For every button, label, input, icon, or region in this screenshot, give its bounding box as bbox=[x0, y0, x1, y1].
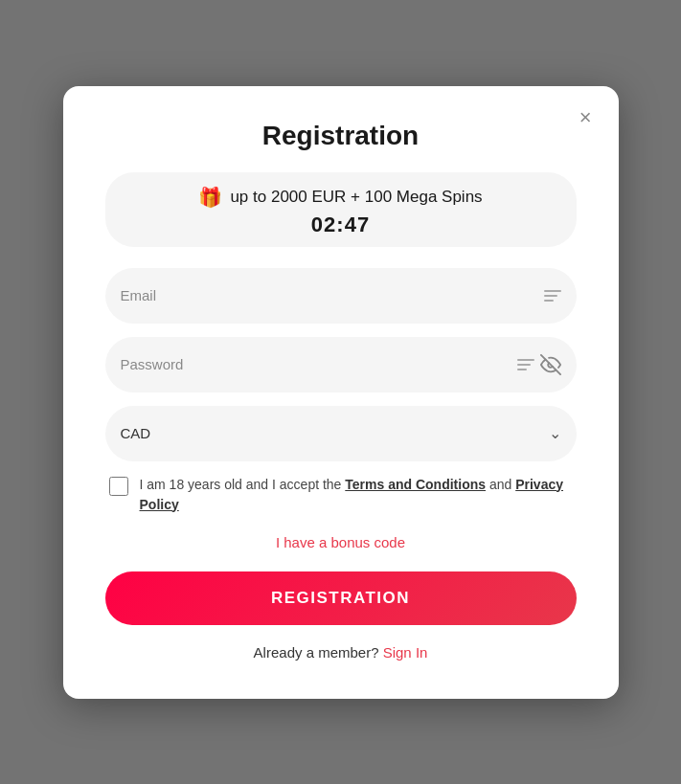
promo-banner: 🎁 up to 2000 EUR + 100 Mega Spins 02:47 bbox=[105, 172, 577, 247]
svg-rect-5 bbox=[517, 369, 527, 370]
svg-rect-2 bbox=[544, 300, 554, 302]
email-input-wrapper bbox=[105, 268, 577, 324]
currency-select-wrapper: CAD EUR USD GBP ⌄ bbox=[105, 406, 577, 461]
password-input-wrapper bbox=[105, 337, 577, 392]
close-button[interactable]: × bbox=[572, 103, 600, 132]
sign-in-link[interactable]: Sign In bbox=[383, 644, 428, 661]
password-input[interactable] bbox=[121, 356, 510, 372]
toggle-password-icon[interactable] bbox=[540, 354, 561, 375]
svg-rect-4 bbox=[517, 364, 531, 366]
signin-row: Already a member? Sign In bbox=[105, 644, 577, 661]
email-field-group bbox=[105, 268, 577, 324]
already-member-text: Already a member? bbox=[254, 644, 379, 661]
registration-modal: × Registration 🎁 up to 2000 EUR + 100 Me… bbox=[63, 86, 619, 699]
terms-label: I am 18 years old and I accept the Terms… bbox=[140, 475, 573, 515]
register-button[interactable]: REGISTRATION bbox=[105, 571, 577, 625]
terms-link[interactable]: Terms and Conditions bbox=[345, 477, 486, 492]
terms-checkbox[interactable] bbox=[109, 477, 128, 496]
chevron-down-icon: ⌄ bbox=[549, 424, 561, 442]
promo-text: 🎁 up to 2000 EUR + 100 Mega Spins bbox=[125, 186, 557, 209]
terms-checkbox-row: I am 18 years old and I accept the Terms… bbox=[105, 475, 577, 515]
svg-rect-1 bbox=[544, 295, 557, 297]
email-input[interactable] bbox=[121, 287, 536, 303]
promo-offer-text: up to 2000 EUR + 100 Mega Spins bbox=[230, 188, 482, 207]
modal-overlay: × Registration 🎁 up to 2000 EUR + 100 Me… bbox=[0, 0, 681, 784]
svg-rect-3 bbox=[517, 359, 534, 361]
bonus-code-link[interactable]: I have a bonus code bbox=[105, 534, 577, 550]
password-field-group bbox=[105, 337, 577, 392]
gift-icon: 🎁 bbox=[198, 186, 222, 209]
modal-title: Registration bbox=[105, 121, 577, 151]
promo-timer: 02:47 bbox=[125, 213, 557, 237]
currency-select[interactable]: CAD EUR USD GBP bbox=[121, 425, 549, 441]
email-icon bbox=[544, 289, 561, 302]
password-icons bbox=[517, 354, 561, 375]
svg-rect-0 bbox=[544, 290, 561, 292]
